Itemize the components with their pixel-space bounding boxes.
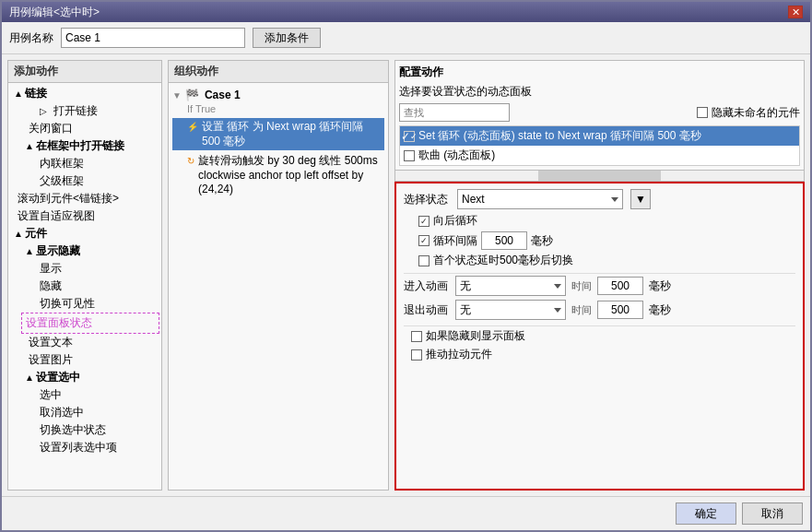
frame-children: 内联框架 父级框架 <box>21 155 159 190</box>
enter-time-label: 时间 <box>571 279 592 293</box>
loop-interval-row: 循环间隔 毫秒 <box>411 231 795 250</box>
expand-arrow-frame: ▲ <box>25 141 34 151</box>
loop-interval-unit: 毫秒 <box>531 233 553 249</box>
forward-loop-row: 向后循环 <box>411 213 795 229</box>
close-button[interactable]: ✕ <box>788 6 803 18</box>
case-icon2: 🏁 <box>185 89 199 101</box>
action-set-adaptive[interactable]: 设置自适应视图 <box>10 207 159 225</box>
case-tree: ▼ 🏁 Case 1 If True ⚡ 设置 循环 为 Next wrap 循… <box>169 83 388 490</box>
select-state-label: 选择状态 <box>404 192 448 207</box>
first-state-delay-label: 首个状态延时500毫秒后切换 <box>433 253 573 268</box>
config-title: 配置动作 <box>399 65 800 80</box>
select-state-dropdown[interactable]: Next <box>457 189 623 209</box>
middle-panel-title: 组织动作 <box>169 61 388 83</box>
loop-interval-input[interactable] <box>481 231 527 250</box>
forward-loop-label: 向后循环 <box>433 213 477 229</box>
select-state-value: Next <box>462 193 485 206</box>
title-bar: 用例编辑<选中时> ✕ <box>2 2 810 22</box>
selection-children: 选中 取消选中 切换选中状态 设置列表选中项 <box>21 386 159 456</box>
push-widgets-checkbox[interactable] <box>411 349 422 361</box>
element-cycle-label: Set 循环 (动态面板) state to Next wrap 循环间隔 50… <box>418 128 701 144</box>
push-widgets-label: 推动拉动元件 <box>426 347 492 362</box>
exit-animation-value: 无 <box>460 302 471 318</box>
group-selection: ▲ 设置选中 选中 取消选中 切换选中状态 设置列表选中项 <box>21 369 159 456</box>
if-hidden-checkbox[interactable] <box>411 331 422 342</box>
show-hide-children: 显示 隐藏 切换可见性 <box>21 260 159 313</box>
action-scroll-to[interactable]: 滚动到元件<锚链接> 2 <box>10 190 159 207</box>
action-select[interactable]: 选中 <box>32 386 159 404</box>
group-widgets: ▲ 元件 ▲ 显示隐藏 显示 隐藏 <box>10 225 159 456</box>
action-set-text[interactable]: 设置文本 <box>21 334 159 351</box>
if-hidden-label: 如果隐藏则显示面板 <box>426 328 525 344</box>
action-set-panel-state[interactable]: 设置面板状态 <box>21 313 159 334</box>
enter-animation-dropdown[interactable]: 无 <box>455 276 566 296</box>
group-show-hide: ▲ 显示隐藏 显示 隐藏 切换可见性 <box>21 242 159 313</box>
hide-unnamed-checkbox[interactable] <box>697 107 708 118</box>
element-row-cycle[interactable]: ✓ Set 循环 (动态面板) state to Next wrap 循环间隔 … <box>400 126 799 146</box>
case-sub-label: If True <box>172 103 384 114</box>
case-name-input[interactable] <box>61 28 245 48</box>
add-condition-button[interactable]: 添加条件 <box>253 28 321 48</box>
select-state-row: 选择状态 Next ▼ <box>404 189 795 209</box>
list-scrollbar[interactable]: 4 <box>394 171 805 182</box>
enter-animation-arrow <box>554 284 561 289</box>
group-widgets-header[interactable]: ▲ 元件 <box>10 225 159 242</box>
forward-loop-checkbox[interactable] <box>418 216 430 227</box>
action-text-1: 设置 循环 为 Next wrap 循环间隔 500 毫秒 <box>202 120 381 148</box>
action-toggle-visibility[interactable]: 切换可见性 <box>32 295 159 313</box>
action-inline-frame[interactable]: 内联框架 <box>32 155 159 172</box>
case-header: ▼ 🏁 Case 1 <box>172 87 384 103</box>
search-input[interactable] <box>399 103 510 122</box>
action-tree: ▲ 链接 ▷ 打开链接 关闭窗口 ▲ <box>8 83 161 490</box>
select-state-arrow <box>611 197 618 202</box>
middle-panel: 组织动作 ▼ 🏁 Case 1 If True ⚡ 设置 循环 为 Next w… <box>168 60 389 491</box>
widgets-children: ▲ 显示隐藏 显示 隐藏 切换可见性 设置面板状态 <box>10 242 159 456</box>
action-show[interactable]: 显示 <box>32 260 159 278</box>
toolbar: 用例名称 添加条件 <box>2 22 810 54</box>
push-widgets-row: 推动拉动元件 <box>404 347 795 362</box>
if-hidden-row: 如果隐藏则显示面板 <box>404 328 795 344</box>
first-state-delay-checkbox[interactable] <box>418 255 430 266</box>
expand-arrow-selection: ▲ <box>25 372 34 383</box>
case-name-label: 用例名称 <box>9 30 53 46</box>
search-row: 隐藏未命名的元件 <box>399 103 800 122</box>
group-open-in-frame-header[interactable]: ▲ 在框架中打开链接 <box>21 137 159 155</box>
action-deselect[interactable]: 取消选中 <box>32 404 159 421</box>
left-panel: 添加动作 ▲ 链接 ▷ 打开链接 关闭窗口 <box>7 60 162 491</box>
loop-interval-checkbox[interactable] <box>418 235 430 246</box>
group-links: ▲ 链接 ▷ 打开链接 关闭窗口 ▲ <box>10 85 159 190</box>
action-set-list-item[interactable]: 设置列表选中项 <box>32 439 159 456</box>
action-item-1[interactable]: ⚡ 设置 循环 为 Next wrap 循环间隔 500 毫秒 3 <box>172 118 384 150</box>
action-open-link[interactable]: ▷ 打开链接 <box>21 102 159 120</box>
select-state-expand-btn[interactable]: ▼ <box>630 189 651 209</box>
element-cycle-checkbox[interactable]: ✓ <box>404 131 415 142</box>
action-item-2[interactable]: ↻ 旋转滑动触发 by 30 deg 线性 500ms clockwise an… <box>172 152 384 199</box>
exit-animation-dropdown[interactable]: 无 <box>455 300 566 320</box>
group-show-hide-header[interactable]: ▲ 显示隐藏 <box>21 242 159 260</box>
cancel-button[interactable]: 取消 <box>742 502 803 525</box>
enter-time-input[interactable] <box>597 277 643 295</box>
divider2 <box>404 325 795 326</box>
config-checkboxes: 向后循环 循环间隔 毫秒 首个状态延时500毫秒后切换 <box>411 213 795 271</box>
indent-arrow-open-link: ▷ <box>40 106 49 116</box>
element-song-label: 歌曲 (动态面板) <box>418 148 495 163</box>
exit-animation-label: 退出动画 <box>404 302 450 318</box>
element-row-song[interactable]: 歌曲 (动态面板) <box>400 146 799 165</box>
action-close-window[interactable]: 关闭窗口 <box>21 120 159 137</box>
group-open-in-frame: ▲ 在框架中打开链接 内联框架 父级框架 <box>21 137 159 190</box>
action-set-image[interactable]: 设置图片 <box>21 351 159 369</box>
exit-animation-arrow <box>554 308 561 313</box>
action-parent-frame[interactable]: 父级框架 <box>32 172 159 190</box>
ok-button[interactable]: 确定 <box>676 502 736 525</box>
group-links-header[interactable]: ▲ 链接 <box>10 85 159 102</box>
action-toggle-state[interactable]: 切换选中状态 <box>32 421 159 439</box>
group-links-label: 链接 <box>25 86 47 101</box>
window-title: 用例编辑<选中时> <box>9 5 100 20</box>
action-hide[interactable]: 隐藏 <box>32 278 159 295</box>
exit-time-input[interactable] <box>597 301 643 319</box>
group-links-children: ▷ 打开链接 关闭窗口 ▲ 在框架中打开链接 <box>10 102 159 190</box>
element-song-checkbox[interactable] <box>404 150 415 161</box>
exit-animation-row: 退出动画 无 时间 毫秒 <box>404 300 795 320</box>
hide-unnamed-row: 隐藏未命名的元件 <box>697 105 800 121</box>
group-selection-header[interactable]: ▲ 设置选中 <box>21 369 159 386</box>
